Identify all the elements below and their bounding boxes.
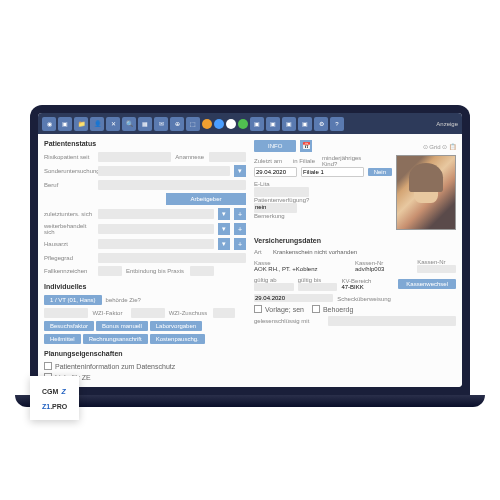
section-individuelles: Individuelles bbox=[44, 283, 246, 290]
expand-icon[interactable]: ▾ bbox=[234, 165, 246, 177]
toolbar-icon[interactable]: ▣ bbox=[58, 117, 72, 131]
left-column: Patientenstatus Risikopatient seitAnamne… bbox=[44, 140, 246, 381]
section-versicherung: Versicherungsdaten bbox=[254, 237, 456, 244]
toolbar-icon[interactable]: ▣ bbox=[298, 117, 312, 131]
arbeitgeber-button[interactable]: Arbeitgeber bbox=[166, 193, 246, 205]
toolbar-icon[interactable]: ▣ bbox=[266, 117, 280, 131]
toolbar-icon[interactable]: ▣ bbox=[250, 117, 264, 131]
toolbar-icon[interactable]: ? bbox=[330, 117, 344, 131]
toolbar-icon[interactable]: 📁 bbox=[74, 117, 88, 131]
status-dot bbox=[214, 119, 224, 129]
toolbar-icon[interactable]: ✉ bbox=[154, 117, 168, 131]
main-toolbar: ◉ ▣ 📁 👤 ✕ 🔍 ▦ ✉ ⊕ ⬚ ▣ ▣ ▣ ▣ ⚙ ? Anzeige bbox=[38, 113, 462, 134]
section-planung: Planungseigenschaften bbox=[44, 350, 246, 357]
toolbar-icon[interactable]: 🔍 bbox=[122, 117, 136, 131]
product-logo: CGM Z Z1.PRO bbox=[30, 376, 79, 420]
status-dot bbox=[226, 119, 236, 129]
toolbar-icon[interactable]: ▦ bbox=[138, 117, 152, 131]
calendar-icon[interactable]: 📅 bbox=[300, 140, 312, 152]
status-dot bbox=[238, 119, 248, 129]
patient-photo bbox=[396, 155, 456, 230]
toolbar-icon[interactable]: 👤 bbox=[90, 117, 104, 131]
section-patientenstatus: Patientenstatus bbox=[44, 140, 246, 147]
checkbox[interactable] bbox=[44, 362, 52, 370]
risiko-field[interactable] bbox=[98, 152, 171, 162]
vt-button[interactable]: 1 / VT (01, Hans) bbox=[44, 295, 102, 305]
toolbar-icon[interactable]: ⬚ bbox=[186, 117, 200, 131]
status-dot bbox=[202, 119, 212, 129]
right-column: INFO 📅 ⊙ Grid ⊙ 📋 Zuletzt amin Filialemi… bbox=[254, 140, 456, 381]
toolbar-icon[interactable]: ▣ bbox=[282, 117, 296, 131]
anzeige-label: Anzeige bbox=[436, 121, 458, 127]
toolbar-icon[interactable]: ⊕ bbox=[170, 117, 184, 131]
toolbar-icon[interactable]: ✕ bbox=[106, 117, 120, 131]
date-field[interactable]: 29.04.2020 bbox=[254, 167, 297, 177]
kassenwechsel-button[interactable]: Kassenwechsel bbox=[398, 279, 456, 289]
info-button[interactable]: INFO bbox=[254, 140, 296, 152]
toolbar-icon[interactable]: ⚙ bbox=[314, 117, 328, 131]
toolbar-icon[interactable]: ◉ bbox=[42, 117, 56, 131]
